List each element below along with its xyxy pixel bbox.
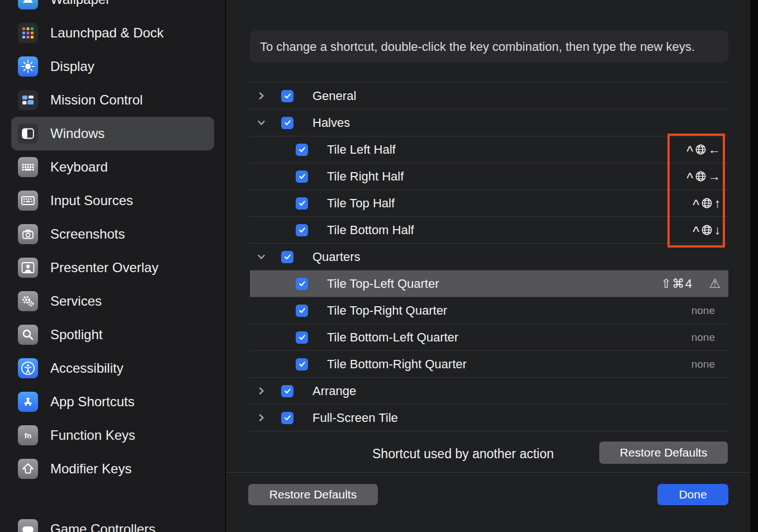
shortcut-row[interactable]: Tile Bottom-Right Quarternone xyxy=(250,351,728,378)
sidebar-item-label: Game Controllers xyxy=(50,521,155,532)
conflict-message: Shortcut used by another action xyxy=(372,446,554,462)
sidebar-item-keyboard[interactable]: Keyboard xyxy=(11,150,214,184)
windows-icon xyxy=(18,124,38,144)
row-checkbox[interactable] xyxy=(296,305,308,317)
chevron-right-icon[interactable] xyxy=(257,386,266,396)
instructions-text: To change a shortcut, double-click the k… xyxy=(250,31,728,63)
row-label: Tile Bottom-Right Quarter xyxy=(327,357,467,372)
row-shortcut: ^→ xyxy=(686,169,728,184)
system-settings-window: WallpaperLaunchpad & DockDisplayMission … xyxy=(0,0,750,532)
arrow-left-icon: ← xyxy=(708,142,721,157)
row-checkbox[interactable] xyxy=(281,90,293,102)
shortcut-row[interactable]: Arrange xyxy=(250,378,728,405)
shortcut-row[interactable]: General xyxy=(250,83,728,110)
globe-icon xyxy=(695,144,707,155)
modifier-keys-icon xyxy=(18,459,38,479)
row-lead xyxy=(250,413,281,422)
sidebar-item-wallpaper[interactable]: Wallpaper xyxy=(11,0,214,16)
shortcut-row[interactable]: Tile Top-Right Quarternone xyxy=(250,297,728,324)
sidebar-item-label: Wallpaper xyxy=(50,0,110,7)
screenshots-icon xyxy=(18,224,38,244)
row-label: Halves xyxy=(312,116,350,130)
sidebar-item-mission-control[interactable]: Mission Control xyxy=(11,83,214,117)
shortcut-row[interactable]: Quarters xyxy=(250,244,728,270)
row-label: Tile Top-Left Quarter xyxy=(327,277,439,291)
sidebar-item-label: Launchpad & Dock xyxy=(50,25,164,41)
chevron-down-icon[interactable] xyxy=(257,118,266,127)
shortcut-row[interactable]: Tile Top-Left Quarter⇧⌘4⚠ xyxy=(250,270,728,297)
sidebar-item-modifier-keys[interactable]: Modifier Keys xyxy=(11,452,214,486)
row-checkbox[interactable] xyxy=(296,224,308,236)
shortcut-row[interactable]: Tile Right Half^→ xyxy=(250,163,728,190)
row-label: Arrange xyxy=(312,384,356,398)
row-checkbox[interactable] xyxy=(296,358,308,370)
row-lead xyxy=(250,252,281,262)
row-checkbox[interactable] xyxy=(296,278,308,290)
chevron-down-icon[interactable] xyxy=(257,252,266,262)
control-key-icon: ^ xyxy=(693,198,699,212)
sidebar-item-presenter-overlay[interactable]: Presenter Overlay xyxy=(11,251,214,284)
row-checkbox[interactable] xyxy=(281,251,293,263)
shortcut-none: none xyxy=(691,358,715,370)
shortcut-none: none xyxy=(691,305,715,317)
footer-divider xyxy=(226,472,750,473)
sidebar-item-display[interactable]: Display xyxy=(11,50,214,83)
row-label: Tile Bottom Half xyxy=(327,223,414,238)
row-checkbox[interactable] xyxy=(296,197,308,210)
arrow-up-icon: ↑ xyxy=(714,196,721,211)
sidebar-item-game-controllers[interactable]: Game Controllers xyxy=(11,512,214,532)
row-label: Tile Top-Right Quarter xyxy=(327,303,447,318)
row-checkbox[interactable] xyxy=(281,117,293,129)
launchpad-dock-icon xyxy=(18,23,38,43)
shortcut-row[interactable]: Full-Screen Tile xyxy=(250,405,728,431)
row-checkbox[interactable] xyxy=(296,331,308,344)
globe-icon xyxy=(695,170,707,182)
sidebar: WallpaperLaunchpad & DockDisplayMission … xyxy=(0,0,226,532)
row-checkbox[interactable] xyxy=(296,170,308,183)
presenter-overlay-icon xyxy=(18,258,38,278)
shortcut-row[interactable]: Halves xyxy=(250,110,728,136)
shortcut-keys: ⇧⌘4 xyxy=(661,277,693,291)
shortcut-row[interactable]: Tile Bottom Half^↓ xyxy=(250,217,728,244)
sidebar-item-function-keys[interactable]: fnFunction Keys xyxy=(11,419,214,452)
sidebar-item-accessibility[interactable]: Accessibility xyxy=(11,352,214,385)
row-checkbox[interactable] xyxy=(296,144,308,156)
done-button[interactable]: Done xyxy=(657,484,728,505)
chevron-right-icon[interactable] xyxy=(257,91,266,101)
function-keys-icon: fn xyxy=(18,425,38,445)
row-shortcut: ^← xyxy=(686,142,728,157)
shortcut-table: GeneralHalvesTile Left Half^←Tile Right … xyxy=(250,82,728,431)
sidebar-item-services[interactable]: Services xyxy=(11,284,214,318)
shortcut-row[interactable]: Tile Top Half^↑ xyxy=(250,190,728,217)
sidebar-item-launchpad-dock[interactable]: Launchpad & Dock xyxy=(11,16,214,50)
chevron-right-icon[interactable] xyxy=(257,413,266,422)
sidebar-item-label: Display xyxy=(50,59,94,74)
sidebar-item-app-shortcuts[interactable]: App Shortcuts xyxy=(11,385,214,419)
sidebar-item-label: Services xyxy=(50,293,102,309)
row-label: Tile Right Half xyxy=(327,169,404,184)
shortcut-row[interactable]: Tile Bottom-Left Quarternone xyxy=(250,324,728,351)
accessibility-icon xyxy=(18,358,38,378)
restore-defaults-sheet-button[interactable]: Restore Defaults xyxy=(599,441,728,464)
sidebar-item-label: Spotlight xyxy=(50,327,102,343)
sidebar-item-spotlight[interactable]: Spotlight xyxy=(11,318,214,352)
wallpaper-icon xyxy=(18,0,38,10)
row-label: Tile Bottom-Left Quarter xyxy=(327,330,458,345)
shortcut-row[interactable]: Tile Left Half^← xyxy=(250,136,728,163)
sidebar-item-label: Screenshots xyxy=(50,226,125,242)
sidebar-list: WallpaperLaunchpad & DockDisplayMission … xyxy=(0,0,225,532)
row-shortcut: none xyxy=(691,305,728,317)
sidebar-item-screenshots[interactable]: Screenshots xyxy=(11,217,214,251)
restore-defaults-button[interactable]: Restore Defaults xyxy=(248,484,378,505)
row-checkbox[interactable] xyxy=(281,385,293,397)
keyboard-icon xyxy=(18,157,38,177)
row-checkbox[interactable] xyxy=(281,412,293,424)
row-shortcut: none xyxy=(691,358,728,370)
row-label: General xyxy=(312,89,356,103)
sidebar-item-input-sources[interactable]: Input Sources xyxy=(11,184,214,217)
row-shortcut: ⇧⌘4⚠ xyxy=(661,277,728,291)
sidebar-item-windows[interactable]: Windows xyxy=(11,117,214,150)
app-shortcuts-icon xyxy=(18,392,38,412)
sidebar-item-label: App Shortcuts xyxy=(50,394,135,410)
spotlight-icon xyxy=(18,325,38,345)
